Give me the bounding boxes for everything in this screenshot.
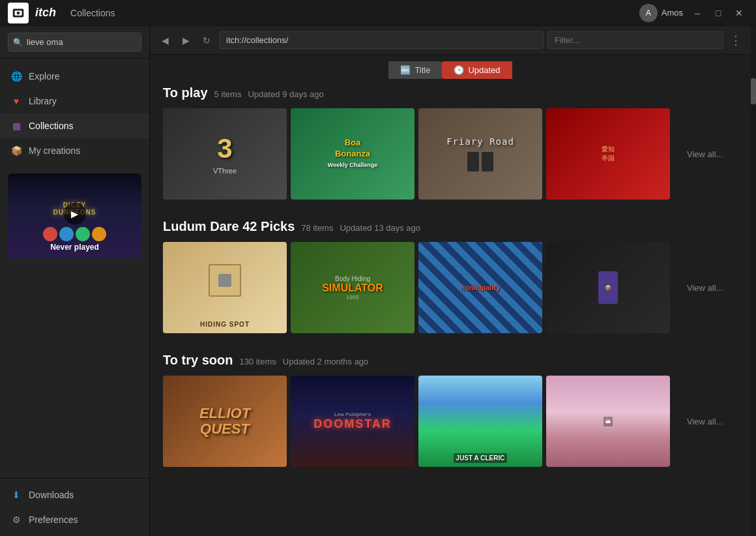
game-thumb-boa-bonanza[interactable]: BoaBonanzaWeekly Challenge [291,108,414,200]
collections-scroll[interactable]: To play 5 items Updated 9 days ago 3 VTh… [150,85,751,536]
view-all-ludum-dare[interactable]: View all... [674,242,736,333]
sidebar-nav: 🌐 Explore ♥ Library ▦ Collections 📦 My c… [0,59,149,478]
main-layout: 🔍 🌐 Explore ♥ Library ▦ Collections 📦 My… [0,26,756,536]
gear-icon: ⚙ [10,514,22,526]
refresh-button[interactable]: ↻ [198,32,215,49]
forward-button[interactable]: ▶ [177,32,194,49]
collection-count-to-try-soon: 130 items [239,357,276,366]
sidebar-preferences-label: Preferences [29,514,78,525]
titlebar-left: itch Collections [8,3,115,23]
addressbar: ◀ ▶ ↻ ⋮ [150,26,751,55]
search-icon: 🔍 [13,38,23,47]
window-controls: – □ ✕ [688,5,748,21]
sidebar-item-preferences[interactable]: ⚙ Preferences [0,507,149,532]
sidebar-item-library[interactable]: ♥ Library [0,89,149,113]
view-all-to-play[interactable]: View all... [674,108,736,200]
sort-title-button[interactable]: 🔤 Title [388,61,442,79]
avatar: A [639,4,658,22]
collection-count-to-play: 5 items [214,89,242,99]
game-thumb-just-a-cleric[interactable]: JUST A CLERIC [418,376,542,467]
collection-ludum-dare: Ludum Dare 42 Picks 78 items Updated 13 … [163,219,738,333]
collection-name-ludum-dare: Ludum Dare 42 Picks [163,219,295,234]
sidebar-bottom: ⬇ Downloads ⚙ Preferences [0,478,149,536]
play-icon[interactable]: ▶ [64,203,86,225]
sidebar-item-downloads[interactable]: ⬇ Downloads [0,483,149,507]
collection-updated-to-play: Updated 9 days ago [248,89,323,99]
download-icon: ⬇ [10,489,22,501]
search-input[interactable] [8,33,141,52]
collection-header-ludum-dare: Ludum Dare 42 Picks 78 items Updated 13 … [163,219,738,234]
featured-game-title: Never played [50,243,99,252]
content-area: ◀ ▶ ↻ ⋮ 🔤 Title 🕒 Updated To play 5 item… [150,26,751,536]
game-thumb-aichi[interactable]: 愛知帝国 [546,108,670,200]
box-icon: 📦 [10,145,22,156]
sortbar: 🔤 Title 🕒 Updated [150,55,751,85]
collection-to-try-soon: To try soon 130 items Updated 2 months a… [163,353,738,467]
game-thumb-pink-mountain[interactable]: 🏔 [546,376,670,467]
titlebar: itch Collections A Amos – □ ✕ [0,0,756,26]
grid-icon: ▦ [10,120,22,132]
back-button[interactable]: ◀ [156,32,173,49]
window-title: Collections [70,8,115,18]
more-button[interactable]: ⋮ [727,32,744,49]
game-thumb-hiding-spot[interactable]: HIDING SPOT [163,242,287,333]
game-thumb-doomstar[interactable]: Lew Pulsipher's DOOMSTAR [291,376,414,467]
collection-name-to-try-soon: To try soon [163,353,233,368]
app-logo [8,3,29,23]
globe-icon: 🌐 [10,70,22,82]
game-thumb-4[interactable]: 📦 [546,242,670,333]
titlebar-right: A Amos – □ ✕ [639,4,748,22]
sidebar-library-label: Library [29,96,57,106]
game-thumb-minicipality[interactable]: minicipality [418,242,542,333]
svg-point-2 [17,11,20,14]
view-all-to-try-soon[interactable]: View all... [674,376,736,467]
filter-input[interactable] [547,31,723,49]
user-name: Amos [662,8,683,18]
collection-name-to-play: To play [163,85,208,100]
collection-header-to-try-soon: To try soon 130 items Updated 2 months a… [163,353,738,368]
game-thumb-vthree[interactable]: 3 VThree [163,108,287,200]
sidebar: 🔍 🌐 Explore ♥ Library ▦ Collections 📦 My… [0,26,150,536]
sidebar-explore-label: Explore [29,71,59,82]
user-info[interactable]: A Amos [639,4,683,22]
game-thumb-elliot-quest[interactable]: ELLIOTQUEST [163,376,287,467]
collection-games-to-play: 3 VThree BoaBonanzaWeekly Challenge Fria [163,108,738,200]
sort-title-icon: 🔤 [400,65,411,75]
search-wrapper: 🔍 [8,33,141,52]
collection-games-to-try-soon: ELLIOTQUEST Lew Pulsipher's DOOMSTAR JUS [163,376,738,467]
url-input[interactable] [219,31,544,49]
sidebar-item-collections[interactable]: ▦ Collections [0,113,149,138]
game-thumb-friary-road[interactable]: Friary Road [418,108,542,200]
collection-updated-to-try-soon: Updated 2 months ago [283,357,369,366]
game-thumb-body-hiding-sim[interactable]: Body Hiding SIMULATOR 1995 [291,242,414,333]
maximize-button[interactable]: □ [709,5,727,21]
app-name: itch [35,6,56,20]
featured-game-image: DICEYDUNGEONS ▶ Never played [8,173,141,258]
collection-games-ludum-dare: HIDING SPOT Body Hiding SIMULATOR 1995 m… [163,242,738,333]
collection-count-ludum-dare: 78 items [301,223,333,233]
sort-updated-icon: 🕒 [454,65,464,75]
sort-title-label: Title [414,65,430,75]
heart-icon: ♥ [10,95,22,107]
sort-updated-label: Updated [468,65,500,75]
sidebar-collections-label: Collections [29,121,73,131]
minimize-button[interactable]: – [688,5,706,21]
scrollbar-track[interactable] [751,26,756,536]
sidebar-search-area: 🔍 [0,26,149,59]
close-button[interactable]: ✕ [730,5,748,21]
sidebar-item-explore[interactable]: 🌐 Explore [0,64,149,89]
collection-to-play: To play 5 items Updated 9 days ago 3 VTh… [163,85,738,200]
collection-updated-ludum-dare: Updated 13 days ago [340,223,420,233]
featured-game[interactable]: DICEYDUNGEONS ▶ Never played [8,173,141,258]
sidebar-mycreations-label: My creations [29,145,80,156]
sidebar-downloads-label: Downloads [29,490,74,500]
sort-updated-button[interactable]: 🕒 Updated [442,61,512,79]
collection-header-to-play: To play 5 items Updated 9 days ago [163,85,738,100]
sidebar-item-my-creations[interactable]: 📦 My creations [0,138,149,163]
